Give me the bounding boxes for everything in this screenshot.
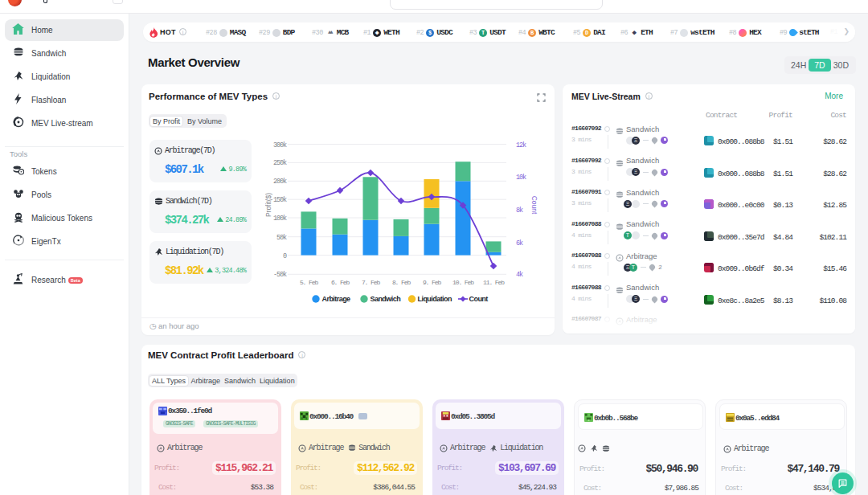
svg-text:10. Feb: 10. Feb [452,279,474,286]
svg-text:300k: 300k [273,141,287,149]
svg-text:6. Feb: 6. Feb [331,279,350,286]
svg-text:250k: 250k [273,159,287,167]
svg-text:200k: 200k [273,178,287,186]
svg-text:100k: 100k [273,215,287,223]
svg-text:50k: 50k [276,234,287,242]
svg-text:Count: Count [530,196,538,215]
svg-text:0: 0 [283,252,287,260]
svg-text:10k: 10k [516,174,526,182]
svg-text:Liquidation: Liquidation [418,295,452,303]
svg-text:150k: 150k [273,196,287,204]
svg-text:Sandwich: Sandwich [371,295,401,303]
svg-text:9. Feb: 9. Feb [423,279,442,286]
svg-text:-50k: -50k [273,271,287,279]
svg-text:Profit($): Profit($) [265,193,272,217]
svg-text:6k: 6k [516,239,523,248]
svg-text:12k: 12k [516,141,526,149]
svg-text:8k: 8k [516,207,523,215]
svg-text:7. Feb: 7. Feb [362,279,381,286]
svg-text:Count: Count [469,295,489,303]
svg-text:Arbitrage: Arbitrage [322,295,351,303]
svg-text:4k: 4k [516,271,523,279]
svg-text:11. Feb: 11. Feb [483,279,505,286]
svg-text:8. Feb: 8. Feb [392,279,411,286]
svg-text:5. Feb: 5. Feb [300,279,319,286]
